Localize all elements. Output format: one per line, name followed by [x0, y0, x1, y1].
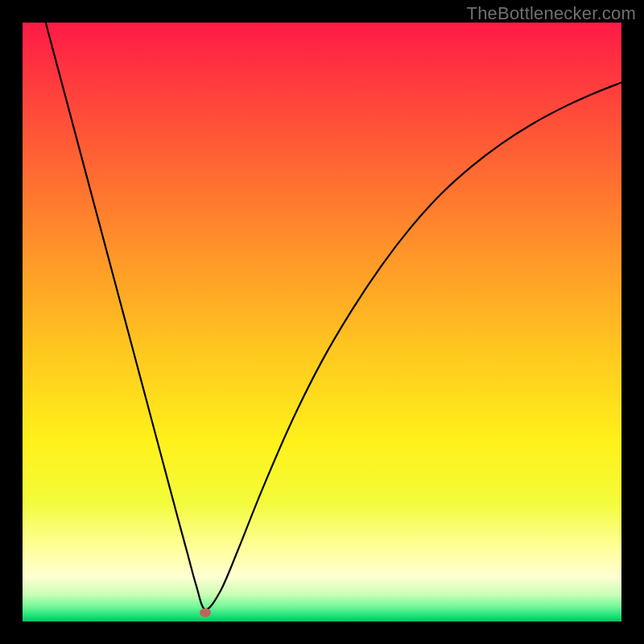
svg-rect-0 [23, 23, 621, 621]
watermark-text: TheBottlenecker.com [467, 3, 636, 24]
chart-container: TheBottlenecker.com [0, 0, 644, 644]
plot-area [23, 23, 621, 621]
background-gradient [23, 23, 621, 621]
